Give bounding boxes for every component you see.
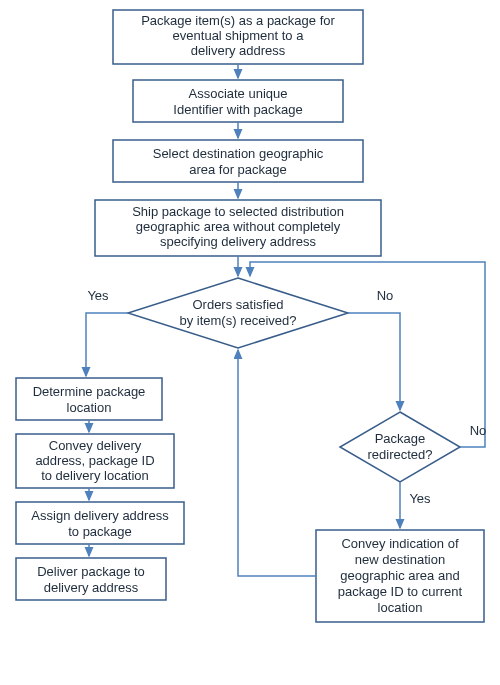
n6-l3: to delivery location [41, 468, 149, 483]
n1-l3: delivery address [191, 43, 286, 58]
n8-l2: delivery address [44, 580, 139, 595]
n4-l2: geographic area without completely [136, 219, 341, 234]
n8-l1: Deliver package to [37, 564, 145, 579]
n7-l2: to package [68, 524, 132, 539]
node-select-destination: Select destination geographic area for p… [113, 140, 363, 182]
n4-l3: specifying delivery address [160, 234, 317, 249]
n5-l1: Determine package [33, 384, 146, 399]
decision-package-redirected: Package redirected? [340, 412, 460, 482]
n3-l1: Select destination geographic [153, 146, 324, 161]
n4-l1: Ship package to selected distribution [132, 204, 344, 219]
n9-l3: geographic area and [340, 568, 459, 583]
node-package-items: Package item(s) as a package for eventua… [113, 10, 363, 64]
decision-orders-satisfied: Orders satisfied by item(s) received? [128, 278, 348, 348]
d1-l2: by item(s) received? [179, 313, 296, 328]
edge-d2-no [250, 262, 485, 447]
n9-l2: new destination [355, 552, 445, 567]
node-deliver-package: Deliver package to delivery address [16, 558, 166, 600]
edge-d1-no [348, 313, 400, 410]
edge-d1-yes [86, 313, 128, 376]
label-d1-yes: Yes [87, 288, 109, 303]
n3-l2: area for package [189, 162, 287, 177]
node-convey-delivery-address: Convey delivery address, package ID to d… [16, 434, 174, 488]
node-convey-new-destination: Convey indication of new destination geo… [316, 530, 484, 622]
n6-l1: Convey delivery [49, 438, 142, 453]
n1-l2: eventual shipment to a [173, 28, 305, 43]
d1-l1: Orders satisfied [192, 297, 283, 312]
n5-l2: location [67, 400, 112, 415]
n2-l2: Identifier with package [173, 102, 302, 117]
n9-l4: package ID to current [338, 584, 463, 599]
n2-l1: Associate unique [188, 86, 287, 101]
n7-l1: Assign delivery address [31, 508, 169, 523]
flowchart: Package item(s) as a package for eventua… [0, 0, 500, 685]
n9-l1: Convey indication of [341, 536, 458, 551]
label-d2-no: No [470, 423, 487, 438]
edge-n9-d1 [238, 350, 316, 576]
node-assign-delivery-address: Assign delivery address to package [16, 502, 184, 544]
d2-l1: Package [375, 431, 426, 446]
label-d2-yes: Yes [409, 491, 431, 506]
d2-l2: redirected? [367, 447, 432, 462]
n1-l1: Package item(s) as a package for [141, 13, 335, 28]
node-ship-package: Ship package to selected distribution ge… [95, 200, 381, 256]
node-associate-id: Associate unique Identifier with package [133, 80, 343, 122]
label-d1-no: No [377, 288, 394, 303]
node-determine-location: Determine package location [16, 378, 162, 420]
n9-l5: location [378, 600, 423, 615]
n6-l2: address, package ID [35, 453, 154, 468]
